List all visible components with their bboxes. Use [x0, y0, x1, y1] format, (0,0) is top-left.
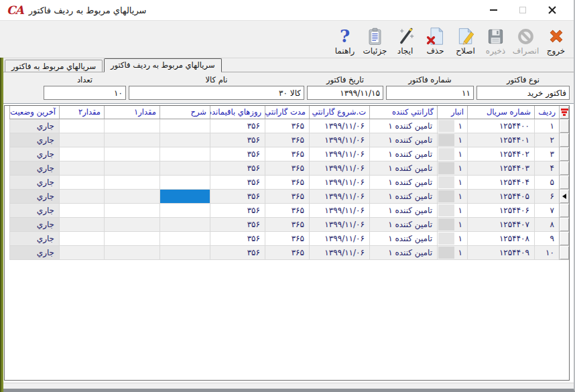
grid-cell[interactable]	[59, 176, 104, 190]
grid-cell[interactable]: ۱	[437, 190, 467, 204]
edit-button[interactable]: اصلاح	[450, 21, 481, 56]
invoice-type-input[interactable]	[476, 86, 570, 100]
row-indicator[interactable]	[559, 147, 569, 161]
grid-cell[interactable]	[159, 119, 210, 133]
grid-cell[interactable]	[59, 190, 104, 204]
details-button[interactable]: جزئيات	[360, 21, 390, 56]
grid-cell[interactable]: ۱۲۵۴۴۰۸	[467, 232, 534, 246]
grid-cell[interactable]	[104, 218, 159, 232]
grid-cell[interactable]: جاري	[9, 232, 59, 246]
invoice-number-input[interactable]	[386, 86, 474, 100]
maximize-button[interactable]	[508, 1, 537, 19]
grid-cell[interactable]: ۱۳۹۹/۱۱/۰۶	[309, 147, 369, 161]
grid-cell[interactable]	[59, 246, 104, 260]
grid-cell[interactable]: ۳۵۶	[210, 119, 265, 133]
grid-cell[interactable]	[159, 204, 210, 218]
grid-cell[interactable]: ۱	[437, 246, 467, 260]
grid-column-header[interactable]: شرح	[159, 106, 210, 119]
grid-cell[interactable]: تامين كننده ۱	[369, 232, 437, 246]
grid-cell[interactable]: ۲	[534, 133, 559, 147]
grid-column-header[interactable]: روزهاي باقيمانده	[210, 106, 265, 119]
grid-cell[interactable]	[159, 133, 210, 147]
invoice-date-input[interactable]	[307, 86, 383, 100]
grid-cell[interactable]: جاري	[9, 119, 59, 133]
grid-cell[interactable]: ۱۳۹۹/۱۱/۰۶	[309, 246, 369, 260]
grid-cell[interactable]	[159, 218, 210, 232]
grid-cell[interactable]: جاري	[9, 246, 59, 260]
grid-cell[interactable]: ۱۲۵۴۴۰۴	[467, 176, 534, 190]
grid-cell[interactable]: ۳۵۶	[210, 176, 265, 190]
grid-column-header[interactable]: رديف	[534, 106, 559, 119]
exit-button[interactable]: خروج	[541, 21, 571, 56]
grid-cell[interactable]: ۳۶۵	[265, 133, 309, 147]
table-row[interactable]: ۳۱۲۵۴۴۰۲۱تامين كننده ۱۱۳۹۹/۱۱/۰۶۳۶۵۳۵۶جا…	[5, 147, 569, 161]
grid-cell[interactable]: ۳۶۵	[265, 161, 309, 176]
grid-cell[interactable]: ۳۵۶	[210, 133, 265, 147]
delete-button[interactable]: حذف	[420, 21, 450, 56]
grid-cell[interactable]	[59, 161, 104, 176]
grid-cell[interactable]	[59, 119, 104, 133]
grid-cell[interactable]: ۱۳۹۹/۱۱/۰۶	[309, 190, 369, 204]
grid-column-header[interactable]: انبار	[437, 106, 467, 119]
grid-cell[interactable]: جاري	[9, 161, 59, 176]
grid-cell[interactable]	[104, 133, 159, 147]
grid-cell[interactable]: ۱	[534, 119, 559, 133]
grid-cell[interactable]: ۳۶۵	[265, 246, 309, 260]
grid-cell[interactable]: ۹	[534, 232, 559, 246]
row-indicator[interactable]	[559, 161, 569, 176]
grid-cell[interactable]: ۵	[534, 176, 559, 190]
grid-cell[interactable]: ۱۳۹۹/۱۱/۰۶	[309, 176, 369, 190]
grid-cell[interactable]: تامين كننده ۱	[369, 246, 437, 260]
grid-column-header[interactable]: مدت گارانتي	[265, 106, 309, 119]
grid-cell[interactable]: ۱۲۵۴۴۰۲	[467, 147, 534, 161]
grid-cell[interactable]	[104, 147, 159, 161]
help-button[interactable]: ? راهنما	[330, 21, 360, 56]
product-name-input[interactable]	[129, 86, 304, 100]
grid-cell[interactable]: جاري	[9, 147, 59, 161]
quantity-input[interactable]	[44, 86, 126, 100]
grid-cell[interactable]: ۶	[534, 190, 559, 204]
grid-cell[interactable]: جاري	[9, 204, 59, 218]
grid-cell[interactable]: تامين كننده ۱	[369, 190, 437, 204]
grid-cell[interactable]: ۱۲۵۴۴۰۹	[467, 246, 534, 260]
row-indicator[interactable]	[559, 204, 569, 218]
table-row[interactable]: ۲۱۲۵۴۴۰۱۱تامين كننده ۱۱۳۹۹/۱۱/۰۶۳۶۵۳۵۶جا…	[5, 133, 569, 147]
grid-column-header[interactable]: گارانتي كننده	[369, 106, 437, 119]
table-row[interactable]: ۵۱۲۵۴۴۰۴۱تامين كننده ۱۱۳۹۹/۱۱/۰۶۳۶۵۳۵۶جا…	[5, 176, 569, 190]
row-indicator[interactable]	[559, 232, 569, 246]
grid-cell[interactable]: تامين كننده ۱	[369, 176, 437, 190]
grid-cell[interactable]: ۳۵۶	[210, 147, 265, 161]
grid-cell[interactable]: ۱۲۵۴۴۰۶	[467, 204, 534, 218]
grid-cell[interactable]	[104, 119, 159, 133]
grid-cell[interactable]: ۱۳۹۹/۱۱/۰۶	[309, 218, 369, 232]
grid-column-header[interactable]: مقدار۱	[104, 106, 159, 119]
grid-cell[interactable]	[159, 161, 210, 176]
grid-cell[interactable]: ۳۵۶	[210, 204, 265, 218]
grid-cell[interactable]	[159, 190, 210, 204]
table-row[interactable]: ۶۱۲۵۴۴۰۵۱تامين كننده ۱۱۳۹۹/۱۱/۰۶۳۶۵۳۵۶جا…	[5, 190, 569, 204]
grid-cell[interactable]: ۱۲۵۴۴۰۰	[467, 119, 534, 133]
grid-cell[interactable]: ۴	[534, 161, 559, 176]
table-row[interactable]: ۹۱۲۵۴۴۰۸۱تامين كننده ۱۱۳۹۹/۱۱/۰۶۳۶۵۳۵۶جا…	[5, 232, 569, 246]
grid-cell[interactable]: ۱۳۹۹/۱۱/۰۶	[309, 161, 369, 176]
grid-cell[interactable]	[59, 204, 104, 218]
grid-cell[interactable]: ۳	[534, 147, 559, 161]
grid-cell[interactable]: ۳۶۵	[265, 232, 309, 246]
grid-cell[interactable]	[59, 147, 104, 161]
table-row[interactable]: ۱۱۲۵۴۴۰۰۱تامين كننده ۱۱۳۹۹/۱۱/۰۶۳۶۵۳۵۶جا…	[5, 119, 569, 133]
grid-cell[interactable]: ۱	[437, 232, 467, 246]
grid-cell[interactable]: ۱۲۵۴۴۰۱	[467, 133, 534, 147]
grid-cell[interactable]: تامين كننده ۱	[369, 161, 437, 176]
grid-cell[interactable]: ۳۶۵	[265, 119, 309, 133]
grid-cell[interactable]: ۳۶۵	[265, 204, 309, 218]
grid-cell[interactable]: تامين كننده ۱	[369, 147, 437, 161]
grid-cell[interactable]: ۳۵۶	[210, 246, 265, 260]
grid-cell[interactable]: ۳۶۵	[265, 218, 309, 232]
grid-cell[interactable]: ۱	[437, 161, 467, 176]
grid-cell[interactable]: ۱	[437, 204, 467, 218]
grid-cell[interactable]: ۳۵۶	[210, 218, 265, 232]
grid-cell[interactable]	[159, 176, 210, 190]
close-button[interactable]	[537, 1, 567, 19]
grid-cell[interactable]	[104, 232, 159, 246]
grid-cell[interactable]	[104, 176, 159, 190]
